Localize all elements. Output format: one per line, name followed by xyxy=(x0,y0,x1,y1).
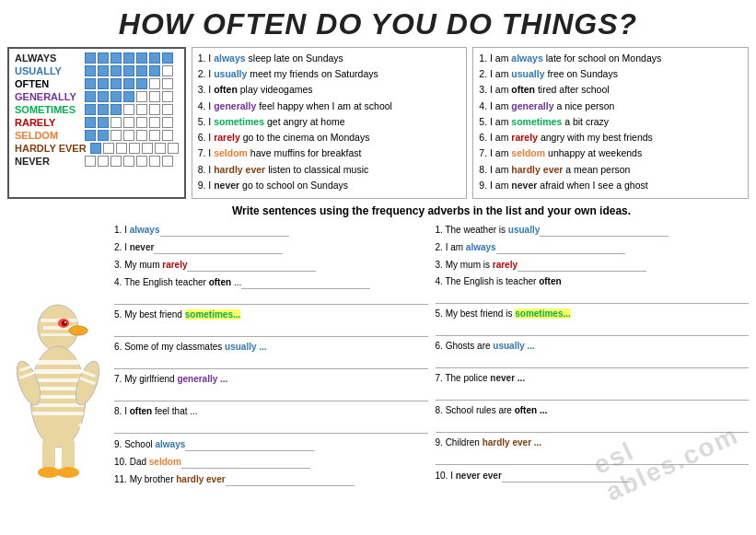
svg-point-7 xyxy=(69,326,87,335)
writing-item: 9. School always xyxy=(114,436,428,451)
writing-extra-line xyxy=(436,450,750,465)
writing-prefix: My mum is xyxy=(446,260,493,270)
freq-box-empty xyxy=(149,91,160,102)
sentence-rest: sleep late on Sundays xyxy=(246,52,343,64)
sentence-item: 4. I am generally a nice person xyxy=(479,99,742,113)
sentence-rest: a bit crazy xyxy=(562,116,609,127)
sentence-adverb: often xyxy=(511,84,535,95)
svg-point-25 xyxy=(57,467,79,478)
freq-box-filled xyxy=(85,65,96,76)
writing-prefix: I am xyxy=(446,242,466,252)
sentence-item: 4. I generally feel happy when I am at s… xyxy=(198,99,461,113)
writing-adverb: never xyxy=(130,242,155,252)
freq-boxes xyxy=(85,52,173,64)
sentence-item: 2. I am usually free on Sundays xyxy=(479,67,742,81)
freq-box-empty xyxy=(136,117,147,128)
writing-line xyxy=(187,257,316,272)
writing-prefix: The police xyxy=(445,373,490,383)
writing-line xyxy=(154,239,283,254)
sentence-item: 1. I always sleep late on Sundays xyxy=(198,52,461,65)
freq-box-empty xyxy=(123,156,134,167)
freq-box-filled xyxy=(85,78,96,89)
freq-box-filled xyxy=(90,143,101,154)
writing-item: 8. School rules are often ... xyxy=(436,403,750,433)
freq-boxes xyxy=(85,78,173,89)
writing-line xyxy=(226,471,355,486)
writing-num: 9. xyxy=(114,439,124,449)
freq-boxes xyxy=(85,117,173,128)
freq-box-empty xyxy=(110,130,122,141)
writing-adverb: never ... xyxy=(490,373,525,383)
freq-boxes xyxy=(90,143,179,154)
freq-box-filled xyxy=(98,130,109,141)
sentence-adverb: usually xyxy=(214,68,247,79)
sentence-number: 8. xyxy=(479,164,490,175)
sentence-prefix: I am xyxy=(490,180,511,191)
freq-box-filled xyxy=(136,65,147,76)
sentence-prefix: I am xyxy=(490,132,511,143)
freq-row: OFTEN xyxy=(15,78,179,89)
writing-num: 4. xyxy=(114,277,124,287)
sentence-number: 6. xyxy=(198,132,209,143)
sentence-adverb: generally xyxy=(214,100,256,111)
sentence-prefix: I am xyxy=(490,116,511,127)
writing-num: 7. xyxy=(436,373,446,383)
svg-rect-15 xyxy=(32,412,84,415)
sentence-prefix: I am xyxy=(490,164,511,175)
freq-box-empty xyxy=(123,104,134,115)
writing-extra-line xyxy=(436,386,750,401)
freq-box-empty xyxy=(149,156,160,167)
freq-box-empty xyxy=(110,117,122,128)
freq-box-filled xyxy=(162,52,173,64)
sentence-rest: a nice person xyxy=(553,100,614,111)
sentence-adverb: never xyxy=(214,180,239,191)
writing-num: 10. xyxy=(114,457,130,467)
sentence-number: 5. xyxy=(479,116,490,127)
sentence-rest: listen to classical music xyxy=(265,164,368,175)
sentences-col-2: 1. I am always late for school on Monday… xyxy=(472,47,749,199)
freq-box-filled xyxy=(110,52,122,64)
sentence-item: 1. I am always late for school on Monday… xyxy=(479,52,742,65)
sentence-rest: late for school on Mondays xyxy=(543,52,661,64)
sentence-number: 4. xyxy=(198,100,209,111)
writing-num: 8. xyxy=(114,406,124,416)
sentence-prefix: I am xyxy=(490,84,511,95)
writing-extra-line xyxy=(114,322,428,337)
writing-num: 2. xyxy=(114,242,124,252)
sentence-rest: tired after school xyxy=(535,84,610,95)
sentence-number: 7. xyxy=(479,147,490,158)
sentence-prefix: I am xyxy=(490,52,511,64)
writing-cols: 1. I always 2. I never 3. My mum rarely … xyxy=(114,222,749,489)
sentence-number: 1. xyxy=(479,52,490,64)
freq-row: SOMETIMES xyxy=(15,104,179,115)
freq-box-empty xyxy=(136,104,147,115)
sentence-prefix: I am xyxy=(490,147,511,158)
writing-line xyxy=(496,239,625,254)
writing-num: 6. xyxy=(114,342,124,352)
writing-num: 4. xyxy=(436,276,446,286)
sentence-adverb: hardly ever xyxy=(214,164,265,175)
sentence-number: 1. xyxy=(198,52,209,64)
page-title: HOW OFTEN DO YOU DO THINGS? xyxy=(7,7,749,41)
writing-adverb: sometimes... xyxy=(515,308,571,319)
freq-label: OFTEN xyxy=(15,78,81,89)
sentence-item: 5. I am sometimes a bit crazy xyxy=(479,115,742,129)
writing-left-col: 1. I always 2. I never 3. My mum rarely … xyxy=(114,222,428,489)
freq-boxes xyxy=(85,130,173,141)
writing-line xyxy=(518,257,646,272)
writing-extra-line xyxy=(114,419,428,434)
sentence-item: 2. I usually meet my friends on Saturday… xyxy=(198,67,461,81)
sentence-rest: feel happy when I am at school xyxy=(256,100,392,111)
sentence-number: 3. xyxy=(198,84,209,95)
writing-num: 5. xyxy=(436,308,446,319)
freq-label: ALWAYS xyxy=(15,52,81,64)
freq-box-filled xyxy=(123,91,134,102)
writing-num: 6. xyxy=(436,341,446,351)
freq-box-filled xyxy=(110,65,122,76)
sentence-item: 3. I am often tired after school xyxy=(479,83,742,97)
svg-point-5 xyxy=(62,320,67,326)
writing-adverb: sometimes... xyxy=(185,309,241,320)
sentence-adverb: seldom xyxy=(511,147,545,158)
writing-item: 1. The weather is usually xyxy=(436,222,750,237)
writing-suffix: feel that ... xyxy=(152,406,197,416)
